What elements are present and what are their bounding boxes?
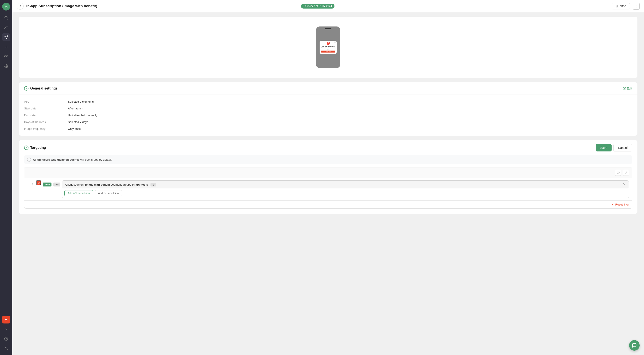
- settings-grid: App Selected 2 elements Start date After…: [19, 95, 638, 136]
- delete-condition-button[interactable]: [36, 180, 41, 185]
- condition-group-name: In-app tests: [132, 183, 148, 186]
- sidebar-item-user-profile[interactable]: [2, 345, 10, 352]
- add-or-condition-button[interactable]: Add OR condition: [95, 190, 122, 196]
- targeting-actions: Save Cancel: [596, 144, 632, 151]
- general-settings-header: ✓ General settings Edit: [19, 82, 638, 95]
- svg-rect-14: [617, 5, 618, 7]
- row-handle: ⋮⋮: [28, 183, 34, 187]
- sidebar-item-new[interactable]: [2, 316, 10, 324]
- close-condition-button[interactable]: ✕: [623, 183, 626, 186]
- sidebar-item-users[interactable]: [2, 24, 10, 31]
- refresh-filter-button[interactable]: [615, 170, 621, 176]
- phone-mockup: ✕ ❤️ Save up to $200 a Month Subscribe t…: [316, 26, 340, 68]
- phone-notch: [325, 28, 332, 29]
- targeting-check-icon: ✓: [24, 146, 28, 150]
- settings-row-app: App Selected 2 elements: [24, 98, 632, 105]
- or-badge: OR: [53, 183, 60, 186]
- page-title: In-app Subscription (image with benefit): [26, 4, 298, 8]
- add-and-condition-button[interactable]: Add AND condition: [64, 190, 93, 196]
- expand-filter-button[interactable]: [623, 170, 629, 176]
- svg-rect-13: [616, 5, 617, 7]
- svg-point-1: [5, 26, 6, 27]
- general-settings-edit-button[interactable]: Edit: [623, 87, 632, 90]
- and-badge: AND: [43, 183, 52, 186]
- settings-row-start-date: Start date After launch: [24, 105, 632, 112]
- sidebar-item-forward[interactable]: [2, 325, 10, 333]
- sidebar: m: [0, 0, 12, 355]
- condition-count-badge: -0: [150, 183, 156, 186]
- filter-toolbar: [24, 167, 632, 178]
- settings-row-days: Days of the week Selected 7 days: [24, 119, 632, 125]
- stop-button[interactable]: Stop: [612, 3, 630, 9]
- svg-point-0: [4, 16, 7, 19]
- sidebar-item-help[interactable]: [2, 335, 10, 343]
- svg-line-16: [625, 173, 626, 174]
- info-banner: i All the users who disabled pushes will…: [24, 155, 632, 164]
- drag-handle-icon[interactable]: ⋮⋮: [28, 183, 34, 187]
- topbar: In-app Subscription (image with benefit)…: [12, 0, 644, 12]
- main-content: In-app Subscription (image with benefit)…: [12, 0, 644, 355]
- modal-popup: ✕ ❤️ Save up to $200 a Month Subscribe t…: [320, 41, 337, 54]
- targeting-title: ✓ Targeting: [24, 146, 46, 150]
- condition-card-header: Client segment Image with benefit segmen…: [62, 181, 629, 188]
- avatar[interactable]: m: [2, 3, 10, 10]
- preview-card: ✕ ❤️ Save up to $200 a Month Subscribe t…: [19, 17, 638, 78]
- filter-box: ⋮⋮ AND OR Client segment Image with bene…: [24, 167, 632, 209]
- condition-row: ⋮⋮ AND OR Client segment Image with bene…: [24, 178, 632, 200]
- cancel-button[interactable]: Cancel: [613, 144, 632, 151]
- chat-widget-button[interactable]: [629, 340, 640, 351]
- condition-segment-name: Image with benefit: [85, 183, 110, 186]
- phone-preview: ✕ ❤️ Save up to $200 a Month Subscribe t…: [19, 17, 638, 78]
- modal-cta-button: Enable Push: [321, 50, 335, 52]
- more-options-button[interactable]: ⋮: [632, 3, 640, 10]
- condition-card: Client segment Image with benefit segmen…: [62, 180, 629, 198]
- sidebar-item-search[interactable]: [2, 14, 10, 22]
- settings-row-frequency: In-app frequency Only once: [24, 125, 632, 132]
- save-button[interactable]: Save: [596, 144, 612, 151]
- check-icon: ✓: [24, 86, 28, 91]
- svg-point-12: [6, 347, 7, 348]
- sidebar-item-settings[interactable]: [2, 62, 10, 70]
- phone-screen: ✕ ❤️ Save up to $200 a Month Subscribe t…: [316, 26, 340, 68]
- content-area: ✕ ❤️ Save up to $200 a Month Subscribe t…: [12, 12, 644, 355]
- sidebar-item-integrations[interactable]: [2, 52, 10, 60]
- sidebar-item-campaigns[interactable]: [2, 33, 10, 41]
- svg-line-15: [626, 172, 627, 172]
- condition-card-footer: Add AND condition Add OR condition: [62, 188, 629, 198]
- condition-text: Client segment Image with benefit segmen…: [65, 183, 156, 186]
- settings-row-end-date: End date Until disabled manually: [24, 112, 632, 119]
- targeting-header: ✓ Targeting Save Cancel: [19, 140, 638, 155]
- svg-rect-5: [4, 56, 6, 57]
- svg-point-7: [6, 66, 7, 67]
- reset-filter-button[interactable]: Reset filter: [611, 203, 629, 206]
- general-settings-title: ✓ General settings: [24, 86, 58, 91]
- modal-subtitle: Subscribe to push to receive special off…: [321, 47, 335, 50]
- info-icon: i: [27, 158, 31, 162]
- general-settings-card: ✓ General settings Edit App Selected 2 e…: [19, 82, 638, 136]
- svg-rect-6: [6, 56, 8, 57]
- targeting-body: i All the users who disabled pushes will…: [19, 155, 638, 214]
- sidebar-bottom: [2, 316, 10, 352]
- reset-row: Reset filter: [24, 200, 632, 208]
- status-badge: Launched at 01.07.2024: [301, 4, 334, 8]
- modal-heart-icon: ❤️: [321, 42, 335, 45]
- sidebar-item-analytics[interactable]: [2, 43, 10, 51]
- modal-close-icon: ✕: [334, 41, 336, 43]
- back-button[interactable]: [17, 3, 24, 10]
- targeting-card: ✓ Targeting Save Cancel i All the users …: [19, 140, 638, 214]
- modal-title: Save up to $200 a Month: [321, 45, 335, 47]
